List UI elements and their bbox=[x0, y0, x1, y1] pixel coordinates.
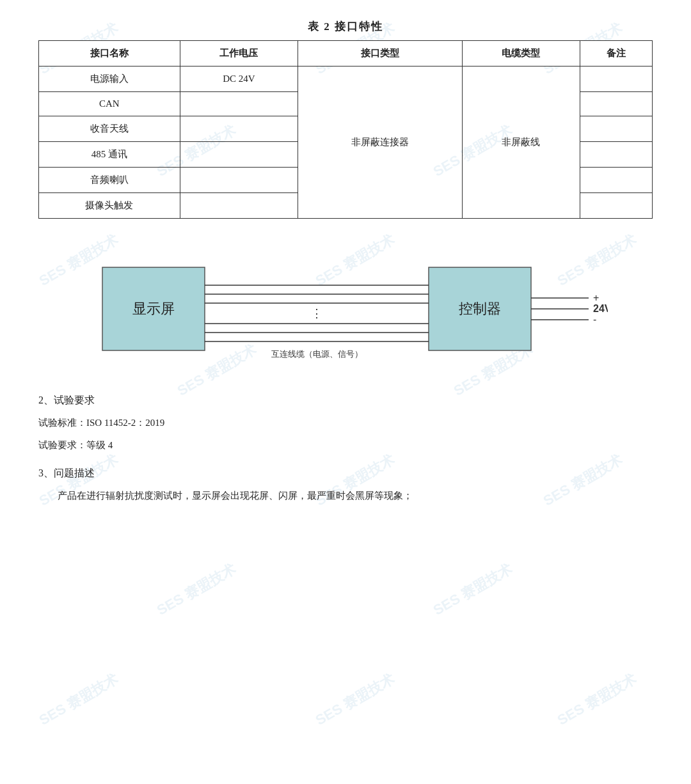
section-2-line-2: 试验要求：等级 4 bbox=[38, 436, 653, 455]
section-2-line-1: 试验标准：ISO 11452-2：2019 bbox=[38, 414, 653, 432]
table-cell-name: 音频喇叭 bbox=[39, 168, 180, 193]
table-cell-note bbox=[580, 142, 653, 168]
interface-table: 接口名称 工作电压 接口类型 电缆类型 备注 电源输入DC 24V非屏蔽连接器非… bbox=[38, 40, 653, 219]
table-cell-name: 485 通讯 bbox=[39, 142, 180, 168]
table-cell-note bbox=[580, 193, 653, 219]
voltage-label: 24V bbox=[593, 303, 608, 314]
cable-label: 互连线缆（电源、信号） bbox=[271, 349, 363, 359]
table-cell-note bbox=[580, 67, 653, 92]
section-3-heading: 3、问题描述 bbox=[38, 467, 653, 480]
table-cell-voltage bbox=[180, 142, 298, 168]
diagram-container: 显示屏 控制器 ⋮ 互连线缆（电源、信号） bbox=[38, 242, 653, 376]
table-cell-name: 电源输入 bbox=[39, 67, 180, 92]
section-2: 2、试验要求 试验标准：ISO 11452-2：2019 试验要求：等级 4 bbox=[38, 394, 653, 454]
table-cell-note bbox=[580, 92, 653, 116]
col-header-cable: 电缆类型 bbox=[462, 41, 580, 67]
col-header-voltage: 工作电压 bbox=[180, 41, 298, 67]
display-label: 显示屏 bbox=[132, 301, 175, 317]
table-cell-voltage bbox=[180, 193, 298, 219]
table-cell-name: 收音天线 bbox=[39, 116, 180, 142]
table-cell-connector: 非屏蔽连接器 bbox=[298, 67, 463, 219]
table-cell-note bbox=[580, 116, 653, 142]
table-cell-voltage bbox=[180, 92, 298, 116]
col-header-connector: 接口类型 bbox=[298, 41, 463, 67]
ellipsis: ⋮ bbox=[311, 307, 322, 320]
table-cell-cable: 非屏蔽线 bbox=[462, 67, 580, 219]
minus-label: - bbox=[593, 314, 596, 325]
controller-label: 控制器 bbox=[459, 301, 501, 317]
table-cell-name: CAN bbox=[39, 92, 180, 116]
table-cell-voltage: DC 24V bbox=[180, 67, 298, 92]
table-cell-voltage bbox=[180, 116, 298, 142]
col-header-name: 接口名称 bbox=[39, 41, 180, 67]
table-cell-name: 摄像头触发 bbox=[39, 193, 180, 219]
system-diagram: 显示屏 控制器 ⋮ 互连线缆（电源、信号） bbox=[83, 242, 608, 376]
plus-label: + bbox=[593, 292, 599, 303]
section-3-paragraph: 产品在进行辐射抗扰度测试时，显示屏会出现花屏、闪屏，最严重时会黑屏等现象； bbox=[38, 487, 653, 505]
table-cell-voltage bbox=[180, 168, 298, 193]
table-cell-note bbox=[580, 168, 653, 193]
section-2-heading: 2、试验要求 bbox=[38, 394, 653, 407]
col-header-note: 备注 bbox=[580, 41, 653, 67]
table-title: 表 2 接口特性 bbox=[38, 19, 653, 34]
section-3: 3、问题描述 产品在进行辐射抗扰度测试时，显示屏会出现花屏、闪屏，最严重时会黑屏… bbox=[38, 467, 653, 505]
